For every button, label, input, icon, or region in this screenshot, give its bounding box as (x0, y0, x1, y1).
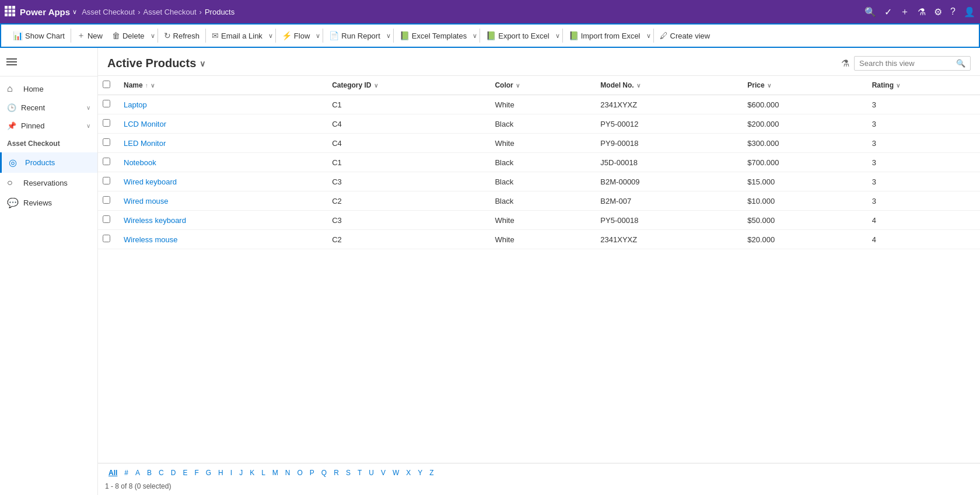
alpha-r[interactable]: R (330, 467, 342, 479)
email-link-button[interactable]: ✉ Email a Link (207, 26, 267, 45)
alpha-v[interactable]: V (377, 467, 389, 479)
row-checkbox-cell[interactable] (98, 114, 117, 134)
row-checkbox[interactable] (103, 119, 110, 127)
new-button[interactable]: ＋ New (72, 26, 107, 45)
alpha-#[interactable]: # (121, 467, 132, 479)
flow-button[interactable]: ⚡ Flow (277, 26, 314, 45)
sidebar-item-home[interactable]: ⌂ Home (0, 79, 97, 99)
settings-icon[interactable]: ⚙ (934, 6, 942, 18)
add-icon[interactable]: ＋ (900, 6, 909, 18)
product-name-link[interactable]: Wireless keyboard (124, 216, 186, 225)
row-checkbox[interactable] (103, 158, 110, 165)
view-title-dropdown-icon[interactable]: ∨ (200, 59, 205, 68)
rating-sort-icon[interactable]: ∨ (896, 82, 900, 89)
product-name-link[interactable]: LCD Monitor (124, 120, 166, 128)
col-header-model-no[interactable]: Model No. ∨ (593, 76, 740, 95)
import-excel-button[interactable]: 📗 Import from Excel (564, 26, 645, 45)
product-name-link[interactable]: Laptop (124, 100, 147, 109)
row-checkbox[interactable] (103, 100, 110, 107)
row-checkbox[interactable] (103, 235, 110, 242)
sidebar-item-reservations[interactable]: ○ Reservations (0, 173, 97, 193)
report-dropdown[interactable]: ∨ (385, 30, 392, 42)
search-icon[interactable]: 🔍 (864, 6, 876, 18)
alpha-q[interactable]: Q (318, 467, 330, 479)
model-sort-icon[interactable]: ∨ (636, 82, 640, 89)
alpha-z[interactable]: Z (426, 467, 437, 479)
row-checkbox-cell[interactable] (98, 191, 117, 211)
import-dropdown[interactable]: ∨ (645, 30, 652, 42)
alpha-w[interactable]: W (389, 467, 402, 479)
export-dropdown[interactable]: ∨ (554, 30, 561, 42)
row-checkbox[interactable] (103, 138, 110, 146)
sidebar-item-recent[interactable]: 🕒 Recent ∨ (0, 99, 97, 117)
alpha-f[interactable]: F (191, 467, 202, 479)
email-dropdown[interactable]: ∨ (267, 30, 274, 42)
refresh-button[interactable]: ↻ Refresh (159, 26, 205, 45)
col-header-category-id[interactable]: Category ID ∨ (325, 76, 488, 95)
row-checkbox[interactable] (103, 177, 110, 184)
row-checkbox-cell[interactable] (98, 211, 117, 230)
select-all-checkbox[interactable] (103, 81, 110, 88)
row-checkbox-cell[interactable] (98, 153, 117, 172)
col-header-color[interactable]: Color ∨ (488, 76, 593, 95)
alpha-b[interactable]: B (144, 467, 155, 479)
app-name[interactable]: Power Apps (20, 7, 70, 17)
alpha-t[interactable]: T (354, 467, 365, 479)
product-name-link[interactable]: Wired mouse (124, 197, 169, 205)
alpha-c[interactable]: C (155, 467, 167, 479)
delete-dropdown[interactable]: ∨ (149, 30, 156, 42)
alpha-y[interactable]: Y (414, 467, 426, 479)
price-sort-icon[interactable]: ∨ (767, 82, 771, 89)
help-icon[interactable]: ? (950, 6, 956, 17)
col-header-rating[interactable]: Rating ∨ (865, 76, 980, 95)
alpha-h[interactable]: H (215, 467, 227, 479)
run-report-button[interactable]: 📄 Run Report (324, 26, 384, 45)
create-view-button[interactable]: 🖊 Create view (655, 26, 715, 45)
waffle-icon[interactable] (5, 6, 15, 18)
filter-funnel-icon[interactable]: ⚗ (918, 6, 926, 18)
alpha-l[interactable]: L (258, 467, 269, 479)
sidebar-item-pinned[interactable]: 📌 Pinned ∨ (0, 117, 97, 135)
header-checkbox-cell[interactable] (98, 76, 117, 95)
product-name-link[interactable]: Notebook (124, 158, 156, 167)
checkmark-icon[interactable]: ✓ (884, 6, 892, 18)
alpha-u[interactable]: U (365, 467, 377, 479)
category-sort-icon[interactable]: ∨ (374, 82, 378, 89)
alpha-g[interactable]: G (202, 467, 215, 479)
alpha-e[interactable]: E (179, 467, 191, 479)
flow-dropdown[interactable]: ∨ (314, 30, 321, 42)
name-sort-dropdown-icon[interactable]: ∨ (150, 82, 155, 89)
alpha-k[interactable]: K (246, 467, 258, 479)
breadcrumb-item-1[interactable]: Asset Checkout (82, 8, 135, 16)
color-sort-icon[interactable]: ∨ (516, 82, 520, 89)
app-name-chevron[interactable]: ∨ (72, 8, 77, 16)
user-icon[interactable]: 👤 (964, 6, 975, 18)
col-header-price[interactable]: Price ∨ (740, 76, 864, 95)
product-name-link[interactable]: Wired keyboard (124, 177, 177, 186)
alpha-j[interactable]: J (236, 467, 246, 479)
breadcrumb-item-2[interactable]: Asset Checkout (144, 8, 197, 16)
alpha-all[interactable]: All (105, 467, 121, 479)
row-checkbox-cell[interactable] (98, 95, 117, 114)
sidebar-menu-button[interactable] (2, 53, 21, 71)
col-header-name[interactable]: Name ↑ ∨ (117, 76, 325, 95)
excel-templates-dropdown[interactable]: ∨ (471, 30, 478, 42)
alpha-a[interactable]: A (132, 467, 144, 479)
alpha-n[interactable]: N (282, 467, 294, 479)
alpha-s[interactable]: S (342, 467, 354, 479)
product-name-link[interactable]: Wireless mouse (124, 235, 177, 244)
sidebar-item-reviews[interactable]: 💬 Reviews (0, 193, 97, 213)
product-name-link[interactable]: LED Monitor (124, 139, 166, 148)
search-input[interactable] (859, 59, 953, 68)
sidebar-item-products[interactable]: ◎ Products (0, 152, 97, 173)
row-checkbox-cell[interactable] (98, 230, 117, 249)
alpha-d[interactable]: D (167, 467, 180, 479)
export-excel-button[interactable]: 📗 Export to Excel (481, 26, 554, 45)
alpha-p[interactable]: P (306, 467, 318, 479)
row-checkbox[interactable] (103, 215, 110, 223)
filter-icon[interactable]: ⚗ (841, 58, 849, 69)
row-checkbox[interactable] (103, 196, 110, 204)
alpha-i[interactable]: I (227, 467, 236, 479)
alpha-m[interactable]: M (269, 467, 282, 479)
excel-templates-button[interactable]: 📗 Excel Templates (395, 26, 471, 45)
